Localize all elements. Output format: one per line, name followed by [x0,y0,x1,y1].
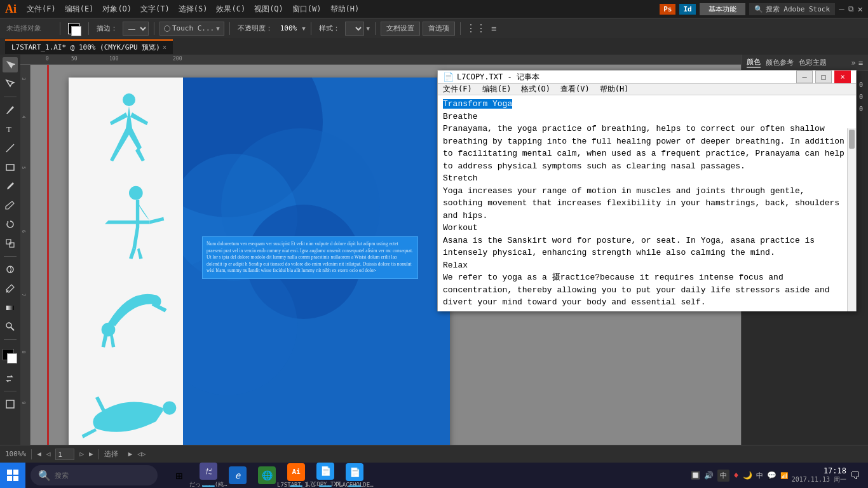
taskbar-app-edge[interactable]: e [224,463,252,488]
pen-tool[interactable] [3,102,18,118]
notepad2-icon: 📄 [346,463,363,481]
start-button[interactable] [0,463,25,488]
taskbar-search[interactable]: 🔍 [31,465,158,485]
taskbar-network-icon[interactable]: 🔲 [691,471,700,480]
nav-prev-btn[interactable]: ◀ [37,450,41,458]
page-input[interactable] [55,449,74,460]
ime-indicator[interactable]: 中 [717,470,729,482]
notepad-menu-file[interactable]: 文件(F) [443,84,472,95]
direct-selection-tool[interactable] [3,76,18,92]
touch-dropdown-icon[interactable]: ▼ [216,25,219,32]
taskbar-clock[interactable]: 17:18 2017.11.13 周一 [792,466,846,484]
tool-sep2 [4,256,17,257]
nav-next2-btn[interactable]: ▷ [79,450,84,458]
menu-text[interactable]: 文字(T) [137,3,173,16]
notepad-menu-help[interactable]: 帮助(H) [600,84,629,95]
taskbar-lang-icon[interactable]: 中 [756,471,763,480]
color-swatches[interactable] [65,20,83,37]
notepad-close-btn[interactable]: × [834,71,851,83]
notepad-menu-view[interactable]: 查看(V) [560,84,590,95]
taskbar-qq-icon[interactable]: 🌙 [743,471,752,480]
style-dropdown[interactable]: ▼ [367,25,370,32]
panel-expand-icon[interactable]: » [851,58,856,67]
artboard-textbox[interactable]: Num doloreetum ven esequam ver suscipist… [202,236,418,279]
color-tools[interactable] [1,348,19,365]
zoom-tool[interactable] [3,319,18,334]
panel-menu-icon[interactable]: ≡ [858,58,863,67]
panel-header: 颜色 颜色参考 色彩主题 » ≡ [742,55,868,71]
selection-tool[interactable] [3,57,18,72]
taskbar-app-japanese-ime[interactable]: だ だっ... (純語... [194,463,222,488]
notepad-icon: 📄 [443,72,453,82]
status-sep1 [31,449,32,459]
warp-tool[interactable] [3,262,18,277]
restore-btn[interactable]: ⧉ [848,4,854,13]
notification-icon[interactable]: 🗨 [850,470,860,482]
more-options-icon[interactable]: ⋮⋮ [466,22,486,34]
taskbar-search-input[interactable] [55,471,150,479]
menu-help[interactable]: 帮助(H) [327,3,363,16]
menu-edit[interactable]: 编辑(E) [61,3,98,16]
scrollbar-thumb[interactable] [849,130,855,149]
minimize-btn[interactable]: – [839,4,844,14]
menu-select[interactable]: 选择(S) [175,3,212,16]
opacity-value[interactable]: 100% [278,24,300,32]
active-tab[interactable]: L7START_1.AI* @ 100% (CMYK/GPU 预览) × [5,39,173,54]
sep3 [154,22,154,35]
opacity-dropdown[interactable]: ▼ [302,25,305,32]
notepad-maximize-btn[interactable]: □ [815,71,832,83]
search-stock[interactable]: 🔍 搜索 Adobe Stock [749,3,835,15]
menu-view[interactable]: 视图(Q) [250,3,287,16]
rectangle-tool[interactable] [3,159,18,175]
bg-color-swatch[interactable] [7,353,17,363]
swap-colors-btn[interactable] [3,370,18,386]
menu-window[interactable]: 窗口(W) [288,3,325,16]
tab-bar: L7START_1.AI* @ 100% (CMYK/GPU 预览) × [0,38,868,55]
tab-filename: L7START_1.AI* @ 100% (CMYK/GPU 预览) [11,43,160,52]
draw-mode-btn[interactable] [3,396,18,412]
taskbar-wechat-icon[interactable]: 💬 [767,471,776,480]
background-color[interactable] [71,26,81,36]
eyedropper-tool[interactable] [3,281,18,296]
type-tool[interactable]: T [3,121,18,137]
menu-object[interactable]: 对象(O) [98,3,135,16]
vertical-ruler: 3 4 5 6 7 8 9 [20,65,31,470]
japanese-ime-icon: だ [200,463,217,480]
menu-file[interactable]: 文件(F) [23,3,60,16]
taskbar-volume-icon[interactable]: 🔊 [704,471,714,480]
tab-close-btn[interactable]: × [163,44,166,51]
zoom-control[interactable]: 100%% [5,450,26,458]
notepad-menu-format[interactable]: 格式(O) [521,84,550,95]
panel-color-tab[interactable]: 颜色 [747,57,761,68]
sep4 [229,22,230,35]
rotate-tool[interactable] [3,217,18,232]
nav-next-btn[interactable]: ▶ [89,450,93,458]
stroke-select[interactable]: — [123,22,149,36]
close-btn[interactable]: ✕ [858,4,863,14]
paintbrush-tool[interactable] [3,179,18,194]
notepad-content-div[interactable]: Transform Yoga Breathe Pranayama, the yo… [438,95,856,311]
options-icon[interactable]: ≡ [491,24,496,34]
doc-settings-btn[interactable]: 文档设置 [381,22,420,36]
nav-prev2-btn[interactable]: ◁ [46,450,51,458]
artboard[interactable]: Num doloreetum ven esequam ver suscipist… [69,78,450,470]
line-tool[interactable] [3,140,18,156]
taskbar-virus-icon[interactable]: ♦ [733,470,738,480]
scale-tool[interactable] [3,236,18,251]
svg-rect-16 [13,470,18,475]
panel-color-guide-tab[interactable]: 颜色参考 [766,58,794,67]
gradient-tool[interactable] [3,300,18,315]
menu-effect[interactable]: 效果(C) [212,3,249,16]
taskbar-search-icon: 🔍 [38,470,51,482]
app-icon-ps: Ps [660,4,675,15]
taskbar-app-notepad2[interactable]: 📄 PLACEHOLDER.TX... [341,463,369,488]
pencil-tool[interactable] [3,198,18,213]
notepad-minimize-btn[interactable]: — [796,71,813,83]
style-select[interactable] [345,22,364,36]
notepad-scrollbar[interactable] [847,128,856,311]
panel-color-theme-tab[interactable]: 色彩主题 [799,58,827,67]
basic-function-btn[interactable]: 基本功能 [700,3,745,15]
notepad-menu-edit[interactable]: 编辑(E) [482,84,512,95]
touch-indicator[interactable]: Touch C... ▼ [159,22,224,36]
preferences-btn[interactable]: 首选项 [423,22,455,36]
